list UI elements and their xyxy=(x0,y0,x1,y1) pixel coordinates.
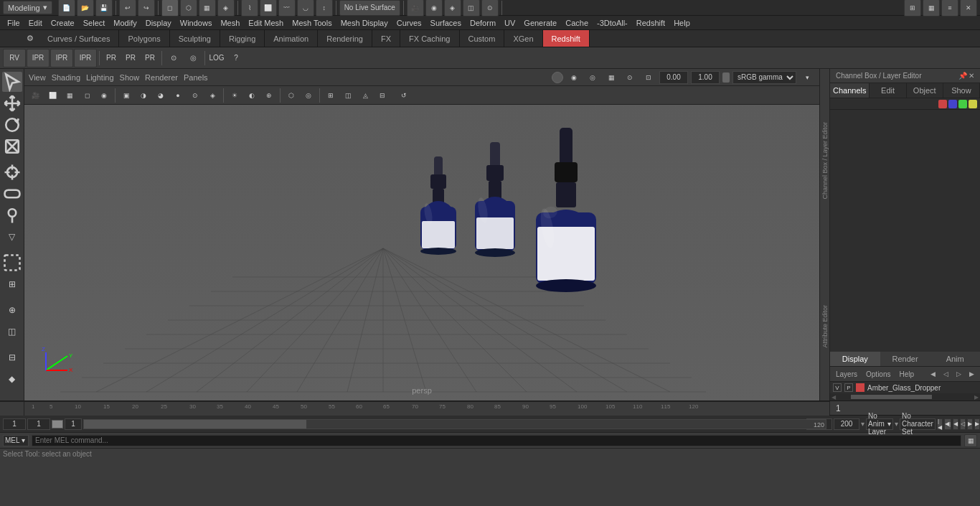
layers-menu-options[interactable]: Options xyxy=(863,369,893,380)
rs-icon-5[interactable]: ◎ xyxy=(184,49,202,67)
vp-hud-btn[interactable]: ⊞ xyxy=(323,88,339,103)
menu-mesh-display[interactable]: Mesh Display xyxy=(336,17,392,29)
scene-3d[interactable]: Y X Z persp xyxy=(24,105,819,400)
tab-rigging[interactable]: Rigging xyxy=(220,30,265,47)
layer-visibility[interactable]: V xyxy=(833,383,842,392)
move-tool[interactable] xyxy=(2,93,22,113)
cam-btn-4[interactable]: ◫ xyxy=(463,0,480,17)
sel-mode-1[interactable]: ◻ xyxy=(161,0,179,17)
vp-shade-2[interactable]: ◑ xyxy=(136,88,151,103)
vp-shade-3[interactable]: ◕ xyxy=(153,88,169,103)
dra-tab-display[interactable]: Display xyxy=(830,352,880,366)
scroll-track[interactable] xyxy=(837,395,973,399)
transport-jump-start[interactable]: |◀ xyxy=(937,418,943,430)
right-btn-2[interactable]: ▦ xyxy=(923,0,940,17)
command-history-btn[interactable]: ▦ xyxy=(964,434,977,447)
ws-settings-btn[interactable]: ⚙ xyxy=(22,30,39,47)
cb-color-swatch[interactable] xyxy=(938,100,947,108)
vp-wireframe-btn[interactable]: ◻ xyxy=(79,88,95,103)
ipr-btn[interactable]: IPR xyxy=(27,49,50,67)
lasso-tool[interactable] xyxy=(2,184,22,204)
menu-cache[interactable]: Cache xyxy=(561,17,593,29)
cb-tab-edit[interactable]: Edit xyxy=(870,83,906,98)
frame-start-input[interactable] xyxy=(3,418,26,430)
vp-film-btn[interactable]: ⬜ xyxy=(44,88,60,103)
vp-xray-btn[interactable]: ⬡ xyxy=(283,88,299,103)
layer-icon-1[interactable]: ◀ xyxy=(927,368,938,380)
cam-btn-5[interactable]: ⊙ xyxy=(481,0,499,17)
vp-icon-2[interactable]: ◎ xyxy=(585,70,600,85)
rs-log-btn[interactable]: LOG xyxy=(207,49,226,67)
layer-icon-3[interactable]: ▷ xyxy=(953,368,964,380)
range-bar[interactable]: 120 xyxy=(83,419,826,429)
layers-menu-help[interactable]: Help xyxy=(896,369,917,380)
layer-color-indicator[interactable] xyxy=(856,383,864,392)
transport-next[interactable]: ▶ xyxy=(974,418,980,430)
paint-btn[interactable]: ⬜ xyxy=(260,0,277,17)
transport-prev[interactable]: ◀ xyxy=(953,418,958,430)
scale-tool[interactable] xyxy=(2,136,22,156)
right-btn-4[interactable]: ✕ xyxy=(960,0,977,17)
menu-redshift[interactable]: Redshift xyxy=(632,17,669,29)
vp-shade-5[interactable]: ⊙ xyxy=(187,88,203,103)
channel-box-tab-vertical[interactable]: Channel Box / Layer Editor xyxy=(820,118,830,204)
measure-tool[interactable]: ⊕ xyxy=(2,300,22,320)
vp-gain-input[interactable] xyxy=(659,71,688,84)
vp-color-swatch[interactable] xyxy=(722,72,730,83)
vp-menu-show[interactable]: Show xyxy=(120,73,140,82)
rect-select-tool[interactable] xyxy=(2,253,22,273)
menu-file[interactable]: File xyxy=(3,17,24,29)
universal-tool[interactable] xyxy=(2,162,22,182)
vp-icon-4[interactable]: ⊙ xyxy=(622,70,638,85)
vp-hud2-btn[interactable]: ◫ xyxy=(340,88,356,103)
cb-close-btn[interactable]: ✕ xyxy=(969,72,974,80)
menu-edit-mesh[interactable]: Edit Mesh xyxy=(244,17,288,29)
rs-icon-1[interactable]: PR xyxy=(102,49,121,67)
dra-tab-render[interactable]: Render xyxy=(880,352,930,366)
dra-tab-anim[interactable]: Anim xyxy=(930,352,980,366)
save-file-btn[interactable]: 💾 xyxy=(95,0,113,17)
vp-shade-4[interactable]: ● xyxy=(170,88,186,103)
menu-edit[interactable]: Edit xyxy=(24,17,47,29)
cb-tab-show[interactable]: Show xyxy=(943,83,980,98)
tab-fx-caching[interactable]: FX Caching xyxy=(400,30,459,47)
rs-icon-4[interactable]: ⊙ xyxy=(164,49,183,67)
sel-mode-4[interactable]: ◈ xyxy=(217,0,235,17)
menu-curves[interactable]: Curves xyxy=(392,17,426,29)
vp-menu-view[interactable]: View xyxy=(29,73,46,82)
vp-iso-btn[interactable]: ⊟ xyxy=(374,88,390,103)
tab-animation[interactable]: Animation xyxy=(265,30,318,47)
cam-btn-1[interactable]: 🎥 xyxy=(407,0,424,17)
cb-tab-object[interactable]: Object xyxy=(907,83,943,98)
right-btn-3[interactable]: ≡ xyxy=(941,0,958,17)
vp-menu-shading[interactable]: Shading xyxy=(52,73,80,82)
rotate-tool[interactable] xyxy=(2,115,22,135)
vp-rot-icon[interactable]: ↺ xyxy=(396,88,412,103)
menu-modify[interactable]: Modify xyxy=(109,17,141,29)
layers-menu-layers[interactable]: Layers xyxy=(833,369,860,380)
anim-layer-dropdown[interactable]: No Anim Layer ▾ xyxy=(866,418,893,430)
open-file-btn[interactable]: 📂 xyxy=(77,0,94,17)
timeline-numbers[interactable]: 1 5 10 15 20 25 30 35 40 45 50 55 60 65 … xyxy=(24,402,829,416)
ipr2-btn[interactable]: IPR xyxy=(50,49,73,67)
menu-select[interactable]: Select xyxy=(79,17,110,29)
tc-dropdown-2[interactable]: ▾ xyxy=(895,419,898,429)
right-btn-1[interactable]: ⊞ xyxy=(904,0,921,17)
menu-uv[interactable]: UV xyxy=(500,17,519,29)
menu-display[interactable]: Display xyxy=(141,17,176,29)
vp-joints-btn[interactable]: ◎ xyxy=(301,88,316,103)
max-end-input[interactable] xyxy=(834,418,859,430)
vp-colorspace-select[interactable]: sRGB gamma xyxy=(732,71,796,84)
tc-dropdown-1[interactable]: ▾ xyxy=(861,419,864,429)
frame-2-input[interactable] xyxy=(65,418,82,430)
menu-mesh-tools[interactable]: Mesh Tools xyxy=(288,17,336,29)
cam-btn-3[interactable]: ◈ xyxy=(444,0,461,17)
menu-deform[interactable]: Deform xyxy=(466,17,500,29)
transport-prev-key[interactable]: ◀| xyxy=(944,418,951,430)
redo-btn[interactable]: ↪ xyxy=(138,0,155,17)
vp-grid-btn[interactable]: ▦ xyxy=(62,88,77,103)
vp-menu-renderer[interactable]: Renderer xyxy=(145,73,178,82)
layout-tool[interactable]: ⊟ xyxy=(2,347,22,367)
undo-btn[interactable]: ↩ xyxy=(119,0,136,17)
rs-icon-3[interactable]: PR xyxy=(141,49,159,67)
